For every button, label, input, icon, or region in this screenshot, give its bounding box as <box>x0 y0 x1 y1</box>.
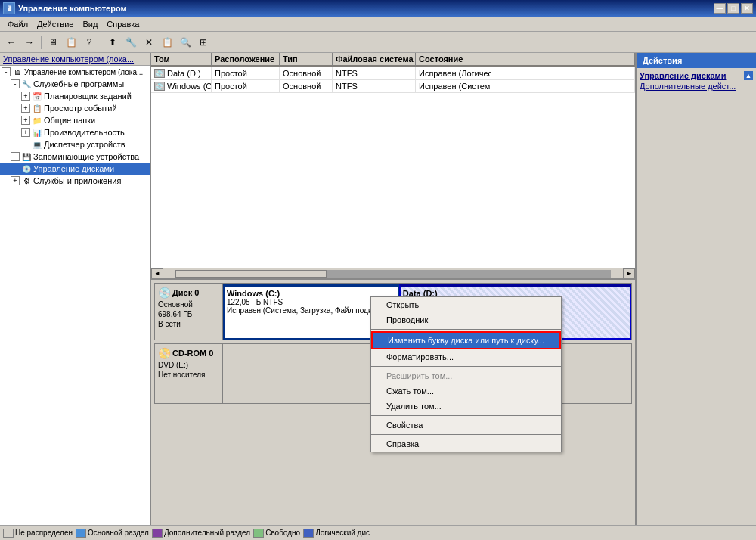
scroll-left-arrow[interactable]: ◄ <box>151 268 163 279</box>
ctx-properties[interactable]: Свойства <box>371 417 561 433</box>
ctx-help[interactable]: Справка <box>371 436 561 452</box>
help-button[interactable]: ? <box>81 34 98 51</box>
menu-view[interactable]: Вид <box>78 18 102 30</box>
actions-more-link[interactable]: Дополнительные дейст... <box>640 80 753 92</box>
right-panel: Том Расположение Тип Файловая система Со… <box>151 53 635 525</box>
tree-root[interactable]: - 🖥 Управление компьютером (лока... <box>0 66 150 78</box>
context-menu: Открыть Проводник Изменить букву диска и… <box>370 296 562 452</box>
maximize-button[interactable]: □ <box>727 3 739 14</box>
disk-area: 💿 Диск 0 Основной 698,64 ГБ В сети Windo… <box>151 280 635 525</box>
tree-perf[interactable]: + 📊 Производительность <box>0 126 150 138</box>
legend-unallocated: Не распределен <box>3 529 73 538</box>
back-button[interactable]: ← <box>3 34 20 51</box>
app-icon: 🖥 <box>3 2 15 14</box>
tree-scheduler[interactable]: + 📅 Планировщик заданий <box>0 90 150 102</box>
ctx-change-letter[interactable]: Изменить букву диска или путь к диску... <box>371 331 561 349</box>
grid-button[interactable]: ⊞ <box>195 34 212 51</box>
events-icon: 📋 <box>32 103 42 113</box>
tree-expand-perf[interactable]: + <box>21 128 30 137</box>
list-button[interactable]: 📋 <box>63 34 79 51</box>
up-button[interactable]: ⬆ <box>104 34 121 51</box>
col-fs[interactable]: Файловая система <box>333 53 416 67</box>
close-button[interactable]: ✕ <box>741 3 753 14</box>
tree-header: Управление компьютером (лока... <box>0 53 150 66</box>
title-text: Управление компьютером <box>18 4 127 13</box>
row2-extra <box>491 80 635 92</box>
legend-extended: Дополнительный раздел <box>152 529 250 538</box>
main-layout: Управление компьютером (лока... - 🖥 Упра… <box>0 53 756 525</box>
table-area: Том Расположение Тип Файловая система Со… <box>151 53 635 280</box>
col-extra <box>491 53 635 67</box>
menu-bar: Файл Действие Вид Справка <box>0 17 756 32</box>
scroll-thumb[interactable] <box>175 270 327 278</box>
settings-button[interactable]: 🔧 <box>122 34 139 51</box>
actions-section-title[interactable]: Управление дисками ▲ <box>640 71 753 80</box>
forward-button[interactable]: → <box>21 34 38 51</box>
delete-button[interactable]: ✕ <box>141 34 157 51</box>
ctx-explorer[interactable]: Проводник <box>371 312 561 327</box>
disk0-icon: 💿 <box>158 287 171 299</box>
toolbar-sep1 <box>41 36 42 49</box>
ctx-extend: Расширить том... <box>371 368 561 383</box>
row2-type: Основной <box>280 80 333 92</box>
table-row[interactable]: 💿 Data (D:) Простой Основной NTFS Исправ… <box>151 67 635 80</box>
tree-scheduler-label: Планировщик заданий <box>44 92 132 101</box>
toolbar: ← → 🖥 📋 ? ⬆ 🔧 ✕ 📋 🔍 ⊞ <box>0 32 756 53</box>
tree-expand-folders[interactable]: + <box>21 116 30 125</box>
tree-storage-label: Запоминающие устройства <box>33 152 139 161</box>
ctx-format[interactable]: Форматировать... <box>371 349 561 365</box>
tree-folders-label: Общие папки <box>44 116 95 125</box>
search-button[interactable]: 🔍 <box>177 34 194 51</box>
tree-expand-appsvcs[interactable]: + <box>11 176 20 185</box>
menu-file[interactable]: Файл <box>3 18 33 30</box>
actions-arrow-icon: ▲ <box>744 71 753 80</box>
scroll-right-arrow[interactable]: ► <box>623 268 635 279</box>
clipboard-button[interactable]: 📋 <box>159 34 175 51</box>
tree-expand-storage[interactable]: - <box>11 152 20 161</box>
horizontal-scrollbar[interactable]: ◄ ► <box>151 268 635 278</box>
tree-diskmgmt[interactable]: 💿 Управление дисками <box>0 163 150 175</box>
tree-services-label: Служебные программы <box>33 79 124 88</box>
tree-diskmgmt-label: Управление дисками <box>33 164 114 173</box>
col-type[interactable]: Тип <box>280 53 333 67</box>
ctx-sep4 <box>371 434 561 435</box>
tree-events[interactable]: + 📋 Просмотр событий <box>0 102 150 114</box>
col-volume[interactable]: Том <box>151 53 212 67</box>
title-buttons: — □ ✕ <box>714 3 753 14</box>
legend-box-primary <box>76 529 86 538</box>
disk-icon-c: 💿 <box>154 82 165 91</box>
tree-expand-services[interactable]: - <box>11 79 20 88</box>
tree-appsvcs[interactable]: + ⚙ Службы и приложения <box>0 175 150 187</box>
tree-expand-events[interactable]: + <box>21 104 30 113</box>
row1-type: Основной <box>280 67 333 79</box>
computer-button[interactable]: 🖥 <box>45 34 61 51</box>
tree-devmgr[interactable]: 💻 Диспетчер устройств <box>0 138 150 151</box>
ctx-shrink[interactable]: Сжать том... <box>371 383 561 399</box>
menu-action[interactable]: Действие <box>33 18 78 30</box>
table-row[interactable]: 💿 Windows (C:) Простой Основной NTFS Исп… <box>151 80 635 93</box>
folders-icon: 📁 <box>32 115 42 126</box>
menu-help[interactable]: Справка <box>102 18 144 30</box>
tree-expand-root[interactable]: - <box>2 67 11 76</box>
minimize-button[interactable]: — <box>714 3 726 14</box>
tree-expand-scheduler[interactable]: + <box>21 92 30 101</box>
scroll-track[interactable] <box>175 270 611 278</box>
legend-logical: Логический дис <box>303 529 370 538</box>
cdrom0-type: DVD (E:) <box>158 361 218 369</box>
col-location[interactable]: Расположение <box>212 53 280 67</box>
ctx-delete[interactable]: Удалить том... <box>371 399 561 414</box>
actions-panel: Действия Управление дисками ▲ Дополнител… <box>635 53 756 525</box>
ctx-open[interactable]: Открыть <box>371 297 561 312</box>
tree-storage[interactable]: - 💾 Запоминающие устройства <box>0 151 150 163</box>
tree-root-label: Управление компьютером (лока... <box>24 68 143 76</box>
col-status[interactable]: Состояние <box>416 53 491 67</box>
diskmgmt-icon: 💿 <box>21 163 32 174</box>
services-icon: 🔧 <box>21 79 32 89</box>
tree-services[interactable]: - 🔧 Служебные программы <box>0 78 150 90</box>
legend-box-unallocated <box>3 529 14 538</box>
row1-status: Исправен (Логический диск) <box>416 67 491 79</box>
row1-name: 💿 Data (D:) <box>151 67 212 79</box>
ctx-sep2 <box>371 366 561 367</box>
tree-folders[interactable]: + 📁 Общие папки <box>0 114 150 126</box>
actions-header: Действия <box>637 53 756 68</box>
